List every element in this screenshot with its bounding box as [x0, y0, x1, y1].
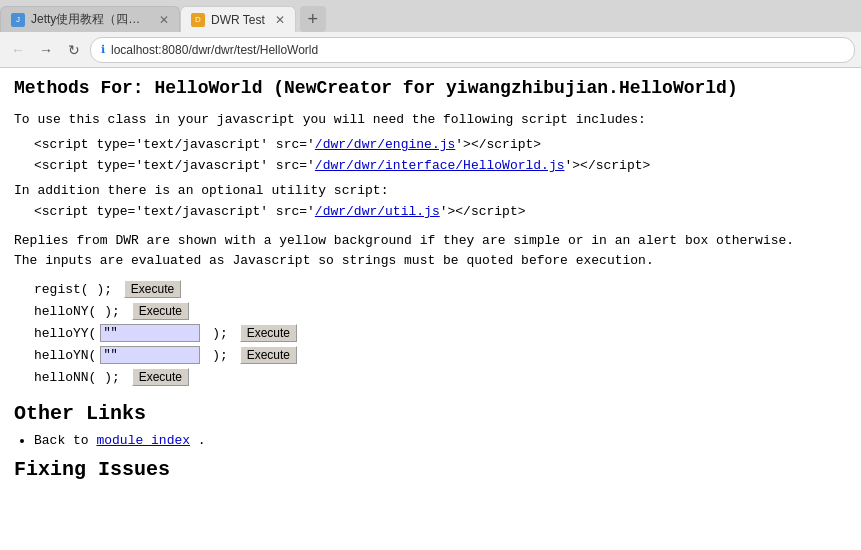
replies-text: Replies from DWR are shown with a yellow…	[14, 231, 847, 270]
method-hellony: helloNY( ); Execute	[34, 302, 847, 320]
tab-close-dwr[interactable]: ✕	[275, 13, 285, 27]
module-index-item: Back to module index .	[34, 433, 847, 448]
method-helloyn-sig: helloYN(	[34, 348, 96, 363]
method-regist: regist( ); Execute	[34, 280, 847, 298]
lock-icon: ℹ	[101, 43, 105, 56]
page-content: Methods For: HelloWorld (NewCreator for …	[0, 68, 861, 550]
browser-chrome: J Jetty使用教程（四：24- ✕ D DWR Test ✕ + ← → ↻…	[0, 0, 861, 68]
script-include-1: <script type='text/javascript' src='/dwr…	[34, 137, 847, 152]
period: .	[198, 433, 206, 448]
reload-button[interactable]: ↻	[62, 38, 86, 62]
back-button[interactable]: ←	[6, 38, 30, 62]
replies-line1: Replies from DWR are shown with a yellow…	[14, 233, 794, 248]
script-include-2: <script type='text/javascript' src='/dwr…	[34, 158, 847, 173]
optional-text: In addition there is an optional utility…	[14, 183, 847, 198]
helloyy-input[interactable]	[100, 324, 200, 342]
tab-close-jetty[interactable]: ✕	[159, 13, 169, 27]
helloyn-input[interactable]	[100, 346, 200, 364]
nav-bar: ← → ↻ ℹ localhost:8080/dwr/dwr/test/Hell…	[0, 32, 861, 68]
method-hellonn-sig: helloNN( );	[34, 370, 128, 385]
util-script-include: <script type='text/javascript' src='/dwr…	[34, 204, 847, 219]
method-helloyy-sig: helloYY(	[34, 326, 96, 341]
execute-helloyy-button[interactable]: Execute	[240, 324, 297, 342]
methods-list: regist( ); Execute helloNY( ); Execute h…	[34, 280, 847, 386]
execute-hellony-button[interactable]: Execute	[132, 302, 189, 320]
method-hellony-sig: helloNY( );	[34, 304, 128, 319]
tab-favicon-dwr: D	[191, 13, 205, 27]
address-text: localhost:8080/dwr/dwr/test/HelloWorld	[111, 43, 318, 57]
new-tab-button[interactable]: +	[300, 6, 326, 32]
module-index-link[interactable]: module index	[96, 433, 190, 448]
method-helloyn-suffix: );	[204, 348, 235, 363]
page-title: Methods For: HelloWorld (NewCreator for …	[14, 78, 847, 98]
tab-label-dwr: DWR Test	[211, 13, 265, 27]
engine-js-link[interactable]: /dwr/dwr/engine.js	[315, 137, 455, 152]
address-bar[interactable]: ℹ localhost:8080/dwr/dwr/test/HelloWorld	[90, 37, 855, 63]
other-links-heading: Other Links	[14, 402, 847, 425]
tab-favicon-jetty: J	[11, 13, 25, 27]
method-helloyy-suffix: );	[204, 326, 235, 341]
other-links-list: Back to module index .	[34, 433, 847, 448]
util-js-link[interactable]: /dwr/dwr/util.js	[315, 204, 440, 219]
method-helloyy: helloYY( ); Execute	[34, 324, 847, 342]
fixing-issues-heading: Fixing Issues	[14, 458, 847, 481]
execute-helloyn-button[interactable]: Execute	[240, 346, 297, 364]
tab-jetty[interactable]: J Jetty使用教程（四：24- ✕	[0, 6, 180, 32]
execute-hellonn-button[interactable]: Execute	[132, 368, 189, 386]
replies-line2: The inputs are evaluated as Javascript s…	[14, 253, 654, 268]
forward-button[interactable]: →	[34, 38, 58, 62]
execute-regist-button[interactable]: Execute	[124, 280, 181, 298]
tab-bar: J Jetty使用教程（四：24- ✕ D DWR Test ✕ +	[0, 0, 861, 32]
method-hellonn: helloNN( ); Execute	[34, 368, 847, 386]
intro-text: To use this class in your javascript you…	[14, 112, 847, 127]
tab-dwr[interactable]: D DWR Test ✕	[180, 6, 296, 32]
tab-label-jetty: Jetty使用教程（四：24-	[31, 11, 149, 28]
method-regist-sig: regist( );	[34, 282, 120, 297]
helloworld-js-link[interactable]: /dwr/dwr/interface/HelloWorld.js	[315, 158, 565, 173]
back-to-text: Back to	[34, 433, 96, 448]
method-helloyn: helloYN( ); Execute	[34, 346, 847, 364]
